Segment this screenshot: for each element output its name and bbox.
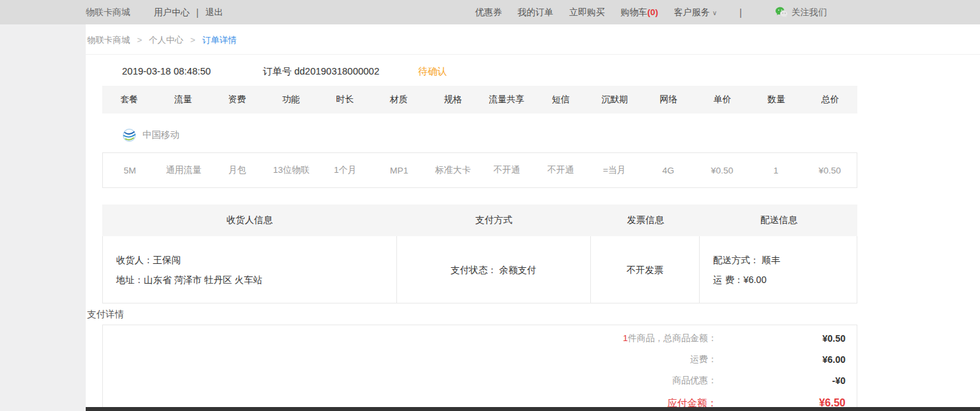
cell-duration: 1个月 (319, 164, 373, 176)
cell-tariff: 月包 (210, 164, 264, 176)
delivery-cell: 配送方式： 顺丰 运 费：¥6.00 (700, 236, 857, 303)
consignee-address: 地址：山东省 菏泽市 牡丹区 火车站 (116, 270, 396, 290)
breadcrumb: 物联卡商城 > 个人中心 > 订单详情 (86, 24, 980, 55)
breadcrumb-separator: > (190, 35, 195, 45)
info-table-header: 收货人信息 支付方式 发票信息 配送信息 (102, 205, 857, 236)
header-delivery: 配送信息 (700, 214, 857, 226)
header-consignee: 收货人信息 (102, 214, 397, 226)
topbar-divider-2: | (739, 7, 742, 18)
footer-strip (86, 407, 980, 411)
cart-count-badge: (0) (648, 7, 659, 17)
breadcrumb-home[interactable]: 物联卡商城 (87, 35, 130, 45)
payment-row-subtotal: 1件商品，总商品金额： ¥0.50 (114, 328, 845, 349)
header-invoice: 发票信息 (591, 214, 700, 226)
follow-us-label: 关注我们 (791, 7, 827, 18)
page: 物联卡商城 用户中心 | 退出 优惠券 我的订单 立即购买 购物车(0) 客户服… (0, 0, 980, 411)
carrier-brand-row: 中国移动 (102, 128, 857, 142)
product-table-header: 套餐 流量 资费 功能 时长 材质 规格 流量共享 短信 沉默期 网络 单价 数… (102, 86, 857, 113)
order-number: 订单号 dd20190318000002 (263, 66, 380, 77)
payment-row-discount: 商品优惠： -¥0 (114, 370, 845, 391)
payment-method-cell: 支付状态： 余额支付 (397, 236, 591, 303)
col-header: 单价 (696, 94, 750, 106)
payment-row-shipping: 运费： ¥6.00 (114, 349, 845, 370)
china-mobile-logo-icon (122, 128, 137, 142)
top-bar: 物联卡商城 用户中心 | 退出 优惠券 我的订单 立即购买 购物车(0) 客户服… (0, 0, 980, 24)
wechat-icon (775, 7, 788, 18)
cell-material: MP1 (372, 166, 426, 175)
info-table-body: 收货人：王保闯 地址：山东省 菏泽市 牡丹区 火车站 支付状态： 余额支付 不开… (102, 236, 857, 303)
col-header: 时长 (318, 94, 372, 106)
payment-status: 支付状态： 余额支付 (450, 260, 536, 280)
delivery-fee: 运 费：¥6.00 (713, 270, 857, 290)
info-table: 收货人信息 支付方式 发票信息 配送信息 收货人：王保闯 地址：山东省 菏泽市 … (102, 205, 857, 303)
col-header: 流量 (156, 94, 210, 106)
col-header: 材质 (372, 94, 426, 106)
chevron-down-icon: ∨ (712, 9, 717, 16)
breadcrumb-separator: > (137, 35, 142, 45)
consignee-cell: 收货人：王保闯 地址：山东省 菏泽市 牡丹区 火车站 (103, 236, 397, 303)
invoice-cell: 不开发票 (591, 236, 700, 303)
cell-share: 不开通 (479, 164, 534, 176)
item-count: 1 (623, 333, 628, 343)
payment-detail-title: 支付详情 (87, 309, 857, 321)
product-table-row: 5M 通用流量 月包 13位物联 1个月 MP1 标准大卡 不开通 不开通 =当… (102, 152, 857, 188)
col-header: 网络 (642, 94, 696, 106)
cart-label: 购物车 (621, 7, 648, 17)
topbar-nav: 优惠券 我的订单 立即购买 购物车(0) 客户服务∨ | (475, 7, 749, 18)
subtotal-text: 件商品，总商品金额： (628, 333, 717, 343)
topbar-logout[interactable]: 退出 (205, 7, 223, 18)
nav-cart[interactable]: 购物车(0) (621, 7, 658, 18)
cell-total-price: ¥0.50 (803, 166, 857, 175)
customer-service-label: 客户服务 (674, 7, 710, 17)
col-header: 总价 (803, 94, 857, 106)
cell-spec: 标准大卡 (426, 164, 480, 176)
nav-customer-service[interactable]: 客户服务∨ (674, 7, 717, 18)
order-status-badge: 待确认 (418, 66, 447, 77)
header-payment: 支付方式 (397, 214, 591, 226)
col-header: 沉默期 (588, 94, 642, 106)
col-header: 数量 (749, 94, 803, 106)
delivery-method: 配送方式： 顺丰 (713, 250, 857, 270)
shipping-value: ¥6.00 (717, 354, 845, 365)
discount-value: -¥0 (717, 375, 845, 386)
order-detail-container: 2019-03-18 08:48:50 订单号 dd20190318000002… (102, 65, 857, 411)
cell-package: 5M (103, 166, 157, 175)
order-datetime: 2019-03-18 08:48:50 (122, 66, 211, 77)
nav-coupon[interactable]: 优惠券 (475, 7, 503, 18)
breadcrumb-order-detail: 订单详情 (202, 35, 237, 45)
breadcrumb-personal-center[interactable]: 个人中心 (149, 35, 183, 45)
cell-function: 13位物联 (264, 164, 319, 176)
carrier-brand-name: 中国移动 (142, 129, 179, 141)
cell-silent-period: =当月 (588, 164, 642, 176)
col-header: 规格 (426, 94, 480, 106)
payment-detail-box: 1件商品，总商品金额： ¥0.50 运费： ¥6.00 商品优惠： -¥0 应付… (102, 325, 857, 411)
col-header: 套餐 (102, 94, 156, 106)
consignee-name: 收货人：王保闯 (116, 250, 396, 270)
topbar-user-center[interactable]: 用户中心 (154, 7, 190, 18)
col-header: 短信 (534, 94, 588, 106)
nav-my-orders[interactable]: 我的订单 (518, 7, 553, 18)
subtotal-label: 1件商品，总商品金额： (623, 332, 717, 344)
shipping-label: 运费： (690, 354, 718, 365)
col-header: 流量共享 (479, 94, 534, 106)
cell-network: 4G (641, 166, 695, 175)
topbar-divider: | (197, 7, 199, 18)
nav-follow-us[interactable]: 关注我们 (775, 7, 827, 18)
cell-data: 通用流量 (157, 164, 211, 176)
cell-sms: 不开通 (534, 164, 588, 176)
discount-label: 商品优惠： (673, 375, 718, 387)
nav-buy-now[interactable]: 立即购买 (569, 7, 605, 18)
subtotal-value: ¥0.50 (717, 333, 845, 344)
col-header: 功能 (264, 94, 318, 106)
order-meta: 2019-03-18 08:48:50 订单号 dd20190318000002… (102, 65, 857, 78)
col-header: 资费 (210, 94, 264, 106)
invoice-status: 不开发票 (627, 260, 663, 280)
cell-unit-price: ¥0.50 (695, 166, 749, 175)
cell-quantity: 1 (749, 166, 803, 175)
topbar-brand[interactable]: 物联卡商城 (86, 7, 131, 18)
main-content: 物联卡商城 > 个人中心 > 订单详情 2019-03-18 08:48:50 … (86, 24, 980, 407)
